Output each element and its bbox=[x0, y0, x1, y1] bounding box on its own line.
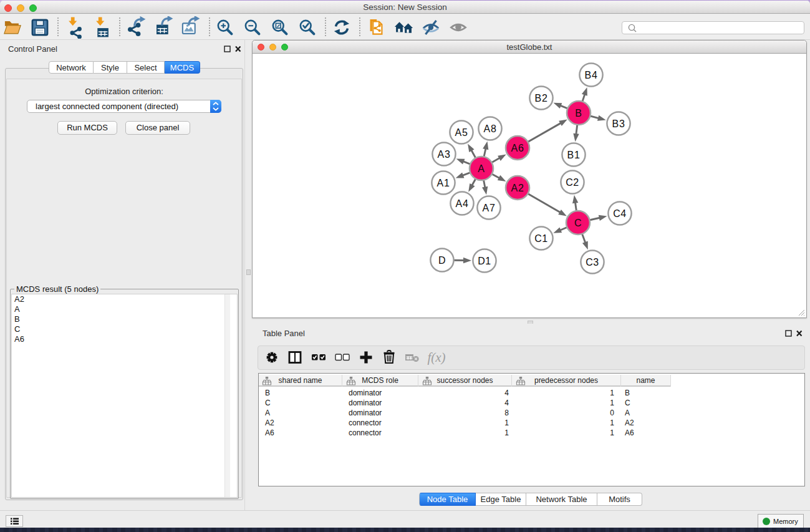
svg-text:f(x): f(x) bbox=[427, 350, 445, 365]
svg-text:D1: D1 bbox=[478, 256, 491, 266]
svg-text:A2: A2 bbox=[511, 183, 524, 193]
svg-text:A: A bbox=[478, 163, 485, 174]
svg-text:A6: A6 bbox=[511, 143, 524, 153]
svg-text:A4: A4 bbox=[456, 198, 469, 209]
svg-text:A3: A3 bbox=[438, 149, 451, 160]
svg-text:B: B bbox=[575, 108, 582, 118]
svg-text:A5: A5 bbox=[455, 127, 468, 138]
svg-text:C2: C2 bbox=[566, 177, 579, 188]
svg-text:B1: B1 bbox=[567, 150, 581, 160]
svg-text:C4: C4 bbox=[613, 208, 627, 219]
svg-text:A8: A8 bbox=[484, 123, 497, 134]
svg-text:B2: B2 bbox=[535, 93, 548, 104]
svg-text:B3: B3 bbox=[612, 118, 625, 129]
svg-text:C3: C3 bbox=[586, 257, 599, 268]
svg-text:B4: B4 bbox=[585, 70, 598, 80]
svg-text:A7: A7 bbox=[483, 203, 496, 213]
svg-text:D: D bbox=[438, 255, 446, 266]
svg-text:C1: C1 bbox=[534, 233, 548, 244]
svg-text:C: C bbox=[574, 218, 582, 228]
svg-text:A1: A1 bbox=[437, 178, 450, 188]
